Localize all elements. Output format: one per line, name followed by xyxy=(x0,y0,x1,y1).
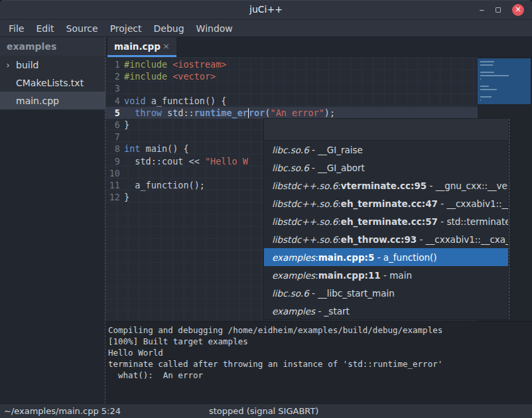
stack-frame-item[interactable]: examples:main.cpp:5 - a_function() xyxy=(264,248,508,266)
close-button[interactable]: × xyxy=(512,4,524,16)
terminal-line: Hello World xyxy=(108,347,532,358)
code-line-text: void a_function() { xyxy=(123,95,226,107)
menu-debug[interactable]: Debug xyxy=(148,23,190,34)
menu-window[interactable]: Window xyxy=(190,23,239,34)
minimap-line xyxy=(480,61,494,62)
minimap-line xyxy=(480,100,481,101)
line-number: 11 xyxy=(105,179,123,191)
title-bar[interactable]: juCi++ – × xyxy=(0,0,532,20)
panel-divider[interactable] xyxy=(105,37,105,403)
code-line-text: #include <vector> xyxy=(123,70,216,82)
tab-strip: main.cpp × xyxy=(105,37,532,57)
stack-frame-item[interactable]: libstdc++.so.6:eh_throw.cc:93 - __cxxabi… xyxy=(264,230,508,248)
minimap-line xyxy=(480,96,492,98)
line-number: 9 xyxy=(105,155,123,167)
minimap-line xyxy=(480,78,481,80)
menu-edit[interactable]: Edit xyxy=(30,23,60,34)
tab-label: main.cpp xyxy=(114,41,163,52)
minimap-line xyxy=(480,89,497,90)
project-name-header: examples xyxy=(0,37,105,56)
code-line-text xyxy=(123,131,124,143)
code-line-text: std::cout << "Hello W xyxy=(123,155,248,167)
minimap-line xyxy=(480,72,494,73)
stack-frame-item[interactable]: libc.so.6 - __GI_abort xyxy=(264,159,508,176)
tree-item-build[interactable]: ›build xyxy=(0,56,105,74)
terminal-line: terminate called after throwing an insta… xyxy=(108,358,532,370)
minimap-line xyxy=(480,86,489,87)
terminal-line: what(): An error xyxy=(108,370,532,381)
line-number: 3 xyxy=(105,82,123,94)
minimap-line xyxy=(480,75,509,76)
tab-main-cpp[interactable]: main.cpp × xyxy=(107,37,176,55)
menu-source[interactable]: Source xyxy=(60,23,104,34)
window-title: juCi++ xyxy=(0,4,532,15)
stack-frame-item[interactable]: libstdc++.so.6:vterminate.cc:95 - __gnu_… xyxy=(264,176,508,194)
code-line[interactable]: 1#include <iostream> xyxy=(105,58,478,70)
terminal-panel[interactable]: Compiling and debugging /home/eidheim/ex… xyxy=(105,321,532,403)
line-number: 2 xyxy=(105,70,123,82)
stack-frame-item[interactable]: examples - _start xyxy=(264,302,508,320)
code-line-text: a_function(); xyxy=(123,179,205,191)
tree-item-main-cpp[interactable]: main.cpp xyxy=(0,92,105,109)
debug-status: stopped (signal SIGABRT) xyxy=(209,406,318,416)
tree-item-cmakelists-txt[interactable]: CMakeLists.txt xyxy=(0,74,105,92)
restore-icon[interactable] xyxy=(496,7,501,13)
stack-frame-item[interactable]: libc.so.6 - __libc_start_main xyxy=(264,284,508,302)
menu-file[interactable]: File xyxy=(3,23,30,34)
status-bar: ~/examples/main.cpp 5:24 stopped (signal… xyxy=(0,403,532,418)
code-line-text xyxy=(123,167,124,179)
line-number: 8 xyxy=(105,143,123,155)
chevron-right-icon: › xyxy=(0,60,16,70)
file-tree: ›buildCMakeLists.txtmain.cpp xyxy=(0,56,105,109)
line-number: 12 xyxy=(105,191,123,203)
stack-frame-item[interactable]: libstdc++.so.6:eh_terminate.cc:47 - __cx… xyxy=(264,194,508,212)
minimap-line xyxy=(480,64,493,66)
code-line-text: #include <iostream> xyxy=(123,58,226,70)
stack-frame-list: libc.so.6 - __GI_raiselibc.so.6 - __GI_a… xyxy=(264,141,508,320)
line-number: 5 xyxy=(105,107,123,119)
terminal-line: [100%] Built target examples xyxy=(108,336,532,347)
line-number: 7 xyxy=(105,131,123,143)
terminal-line: Compiling and debugging /home/eidheim/ex… xyxy=(108,324,532,336)
stack-trace-popup: libc.so.6 - __GI_raiselibc.so.6 - __GI_a… xyxy=(263,118,509,320)
app-window: juCi++ – × FileEditSourceProjectDebugWin… xyxy=(0,0,532,418)
menu-bar: FileEditSourceProjectDebugWindow xyxy=(0,20,532,37)
sidebar: examples ›buildCMakeLists.txtmain.cpp xyxy=(0,37,105,403)
code-line-text: int main() { xyxy=(123,143,189,155)
line-number: 6 xyxy=(105,119,123,131)
menu-project[interactable]: Project xyxy=(104,23,148,34)
stack-frame-item[interactable]: examples:main.cpp:11 - main xyxy=(264,266,508,284)
code-line[interactable]: 3 xyxy=(105,82,478,94)
tree-item-label: main.cpp xyxy=(16,96,59,106)
window-controls: – × xyxy=(480,0,525,20)
stack-frame-item[interactable]: libstdc++.so.6:eh_terminate.cc:57 - std:… xyxy=(264,212,508,230)
popup-search-entry[interactable] xyxy=(264,119,508,141)
line-number: 4 xyxy=(105,95,123,107)
tab-close-icon[interactable]: × xyxy=(163,41,170,51)
tree-item-label: build xyxy=(16,60,38,70)
minimize-button[interactable]: – xyxy=(480,7,485,13)
code-line-text: throw std::runtime_error("An error"); xyxy=(123,107,335,119)
code-line-text: } xyxy=(123,191,129,203)
code-line[interactable]: 4void a_function() { xyxy=(105,95,478,107)
code-line[interactable]: 2#include <vector> xyxy=(105,70,478,82)
file-location-status: ~/examples/main.cpp 5:24 xyxy=(4,406,121,416)
code-line-text: } xyxy=(123,119,129,131)
stack-frame-item[interactable]: libc.so.6 - __GI_raise xyxy=(264,141,508,159)
code-line-text xyxy=(123,82,124,94)
code-line[interactable]: 5 throw std::runtime_error("An error"); xyxy=(105,107,478,119)
minimap-viewport[interactable] xyxy=(478,58,531,104)
line-number: 1 xyxy=(105,58,123,70)
tree-item-label: CMakeLists.txt xyxy=(16,78,84,88)
line-number: 10 xyxy=(105,167,123,179)
